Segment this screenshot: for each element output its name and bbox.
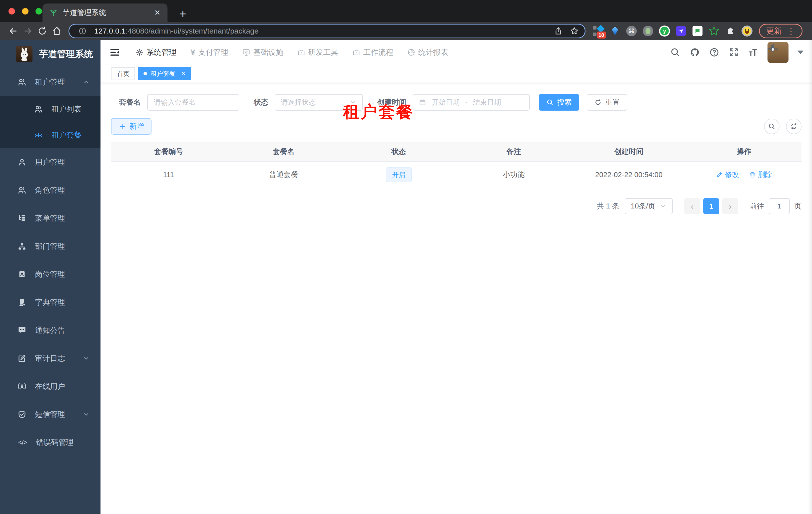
status-badge: 开启	[386, 167, 412, 182]
page-number-button[interactable]: 1	[703, 198, 719, 214]
extensions-bar: 10 ⌘ y	[593, 26, 753, 36]
extension-star-icon[interactable]	[708, 26, 720, 36]
share-icon[interactable]	[554, 27, 563, 35]
extension-gem-icon[interactable]	[609, 26, 620, 36]
extension-y-icon[interactable]: y	[659, 26, 670, 36]
tag-tenant-package[interactable]: 租户套餐 ✕	[138, 67, 191, 80]
search-button[interactable]: 搜索	[539, 94, 579, 111]
nav-item-dev-tools[interactable]: 研发工具	[297, 47, 338, 58]
nav-item-payment[interactable]: ¥ 支付管理	[191, 47, 228, 58]
home-icon[interactable]	[50, 26, 64, 36]
reset-button[interactable]: 重置	[587, 94, 627, 111]
next-page-button[interactable]: ›	[722, 198, 738, 214]
bookmark-star-icon[interactable]	[570, 27, 579, 35]
delete-link[interactable]: 删除	[749, 170, 772, 180]
sidebar-item-role-management[interactable]: 角色管理	[0, 176, 100, 204]
sidebar-submenu-tenant: 租户列表 租户套餐	[0, 96, 100, 148]
page-content: 套餐名 状态 请选择状态 创建时间 开始日期 - 结束日期 搜索	[100, 83, 812, 514]
tab-close-icon[interactable]: ✕	[154, 9, 161, 17]
sidebar-collapse-icon[interactable]	[109, 47, 120, 58]
date-end-placeholder: 结束日期	[473, 98, 501, 107]
browser-menu-icon[interactable]: ⋮	[787, 27, 795, 35]
url-host: 127.0.0.1	[94, 27, 125, 35]
nav-item-system[interactable]: 系统管理	[136, 47, 176, 58]
briefcase-icon	[297, 48, 305, 56]
sidebar-item-label: 角色管理	[35, 185, 65, 195]
back-icon[interactable]	[6, 26, 21, 36]
sidebar-item-sms-management[interactable]: 短信管理	[0, 400, 100, 428]
browser-update-button[interactable]: 更新 ⋮	[759, 24, 803, 38]
date-range-picker[interactable]: 开始日期 - 结束日期	[413, 94, 530, 111]
user-avatar[interactable]	[767, 42, 788, 63]
sidebar-item-tenant-package[interactable]: 租户套餐	[0, 122, 100, 148]
nav-item-label: 统计报表	[418, 47, 448, 58]
extension-smiley-icon[interactable]	[742, 26, 753, 36]
extension-tag-manager-icon[interactable]: 10	[593, 26, 604, 36]
show-search-toggle-button[interactable]	[764, 118, 780, 134]
reload-icon[interactable]	[35, 26, 50, 36]
trash-icon	[749, 171, 756, 178]
nav-item-workflow[interactable]: 工作流程	[352, 47, 393, 58]
sidebar-item-post-management[interactable]: 岗位管理	[0, 260, 100, 288]
sidebar-item-error-code[interactable]: </> 错误码管理	[0, 428, 100, 456]
url-bar[interactable]: 127.0.0.1:48080/admin-ui/system/tenant/p…	[68, 24, 585, 38]
extension-puzzle-icon[interactable]	[725, 26, 736, 36]
fullscreen-icon[interactable]	[728, 47, 739, 58]
org-tree-icon	[18, 242, 27, 251]
window-close-button[interactable]	[8, 8, 15, 15]
window-minimize-button[interactable]	[22, 8, 29, 15]
sidebar-item-menu-management[interactable]: 菜单管理	[0, 204, 100, 232]
sidebar-item-audit-log[interactable]: 审计日志	[0, 344, 100, 372]
package-name-input[interactable]	[147, 94, 239, 111]
sidebar-item-label: 错误码管理	[36, 437, 74, 448]
nav-item-infrastructure[interactable]: 基础设施	[242, 47, 283, 58]
monitor-check-icon	[242, 48, 250, 56]
github-icon[interactable]	[690, 47, 700, 58]
extension-purple-shield-icon[interactable]	[675, 26, 687, 36]
window-zoom-button[interactable]	[35, 8, 42, 15]
font-size-icon[interactable]	[748, 47, 758, 58]
page-size-select[interactable]: 10条/页	[625, 198, 673, 214]
sidebar-logo[interactable]: 芋道管理系统	[0, 40, 100, 68]
nav-item-label: 工作流程	[363, 47, 393, 58]
extension-gray-dot-icon[interactable]	[642, 26, 654, 36]
browser-toolbar: 127.0.0.1:48080/admin-ui/system/tenant/p…	[0, 22, 812, 40]
sidebar-item-tenant-management[interactable]: 租户管理	[0, 68, 100, 96]
site-info-icon[interactable]	[75, 27, 90, 35]
navbar-actions	[670, 42, 804, 63]
extension-chat-icon[interactable]	[692, 26, 703, 36]
tag-close-icon[interactable]: ✕	[181, 70, 185, 77]
search-icon[interactable]	[670, 47, 680, 58]
prev-page-button[interactable]: ‹	[684, 198, 700, 214]
forward-icon[interactable]	[21, 26, 35, 36]
sidebar-item-label: 部门管理	[35, 241, 65, 251]
extension-command-icon[interactable]: ⌘	[626, 26, 637, 36]
extension-badge: 10	[597, 31, 606, 38]
nav-item-reports[interactable]: 统计报表	[407, 47, 448, 58]
refresh-table-button[interactable]	[786, 118, 802, 134]
date-start-placeholder: 开始日期	[432, 98, 460, 107]
eyelash-icon	[34, 131, 43, 140]
sidebar-item-user-management[interactable]: 用户管理	[0, 148, 100, 176]
page-size-value: 10条/页	[631, 201, 655, 211]
sidebar-item-dept-management[interactable]: 部门管理	[0, 232, 100, 260]
tags-view-bar: 首页 租户套餐 ✕	[100, 64, 812, 83]
search-icon	[768, 123, 776, 130]
add-button[interactable]: 新增	[111, 118, 151, 135]
sidebar-item-tenant-list[interactable]: 租户列表	[0, 96, 100, 122]
help-icon[interactable]	[709, 47, 720, 58]
sidebar-item-notice[interactable]: 通知公告	[0, 316, 100, 344]
avatar-caret-icon[interactable]	[798, 51, 804, 54]
sidebar-item-label: 通知公告	[35, 325, 65, 335]
browser-tab[interactable]: 芋道管理系统 ✕	[42, 3, 168, 22]
goto-page-input[interactable]	[769, 198, 790, 214]
edit-link[interactable]: 修改	[716, 170, 739, 180]
update-label: 更新	[766, 26, 782, 36]
sidebar-item-online-users[interactable]: 在线用户	[0, 372, 100, 400]
gear-icon	[136, 48, 144, 56]
tag-home[interactable]: 首页	[112, 67, 135, 80]
sidebar-item-dict-management[interactable]: 字典管理	[0, 288, 100, 316]
sidebar-item-label: 租户套餐	[52, 130, 82, 140]
new-tab-button[interactable]: +	[179, 8, 186, 20]
browser-tab-strip: 芋道管理系统 ✕ +	[0, 0, 812, 22]
